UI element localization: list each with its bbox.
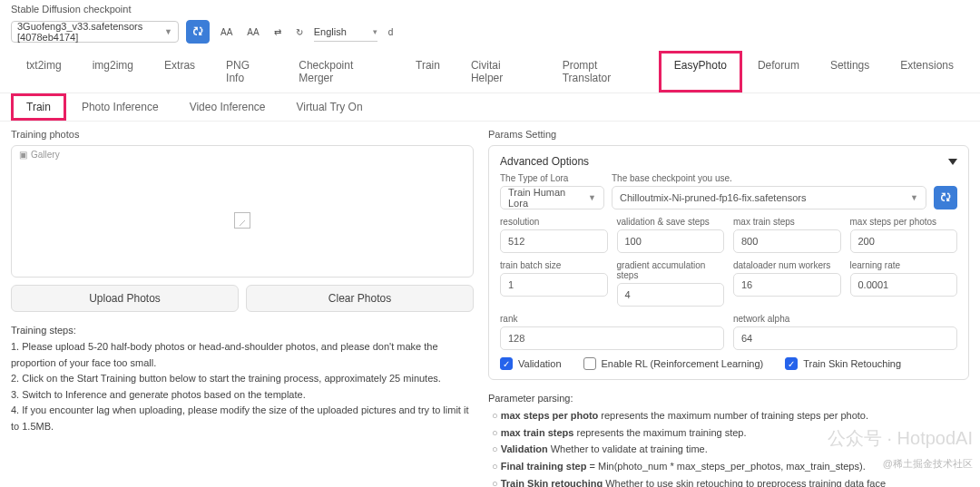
sub-tabs: TrainPhoto InferenceVideo InferenceVirtu… (0, 93, 980, 122)
training-step: 3. Switch to Inference and generate phot… (11, 387, 474, 404)
gallery-dropzone[interactable]: ▣ Gallery (11, 145, 474, 278)
lora-type-label: The Type of Lora (500, 173, 604, 183)
base-checkpoint-select[interactable]: Chilloutmix-Ni-pruned-fp16-fix.safetenso… (612, 186, 926, 209)
tab-settings[interactable]: Settings (815, 51, 885, 93)
subtab-video-inference[interactable]: Video Inference (174, 93, 281, 121)
training-step: 4. If you encounter lag when uploading, … (11, 403, 474, 434)
refresh-base-button[interactable]: 🗘 (934, 186, 957, 209)
base-checkpoint-value: Chilloutmix-Ni-pruned-fp16-fix.safetenso… (620, 192, 806, 203)
rl-checkbox[interactable] (583, 357, 596, 370)
param-parse-item: Final training step = Min(photo_num * ma… (492, 458, 969, 475)
main-tabs: txt2imgimg2imgExtrasPNG InfoCheckpoint M… (0, 51, 980, 93)
rank-label: rank (500, 314, 724, 324)
training-steps-title: Training steps: (11, 325, 474, 336)
rl-check-label: Enable RL (Reinforcement Learning) (602, 358, 764, 369)
tab-deforum[interactable]: Deforum (742, 51, 815, 93)
upload-photos-button[interactable]: Upload Photos (11, 285, 239, 312)
swap-icon[interactable]: ⇄ (270, 25, 285, 39)
params-box: Advanced Options The Type of Lora Train … (488, 145, 969, 380)
workers-input[interactable]: 16 (733, 273, 841, 297)
checkpoint-row: 3Guofeng3_v33.safetensors [4078eb4174] ▼… (0, 18, 980, 51)
lr-label: learning rate (850, 260, 958, 270)
retouch-checkbox-item[interactable]: ✓ Train Skin Retouching (785, 357, 901, 370)
param-parse-item: Train Skin retouching Whether to use ski… (492, 475, 969, 487)
rank-input[interactable]: 128 (500, 326, 724, 350)
training-photos-label: Training photos (11, 129, 474, 140)
val-save-label: validation & save steps (617, 217, 725, 227)
lr-input[interactable]: 0.0001 (850, 273, 958, 297)
language-value: English (314, 26, 347, 37)
language-select[interactable]: English ▾ (314, 22, 377, 42)
alpha-label: network alpha (733, 314, 957, 324)
grad-accum-input[interactable]: 4 (617, 283, 725, 307)
tab-extensions[interactable]: Extensions (885, 51, 969, 93)
subtab-train[interactable]: Train (11, 93, 66, 121)
gallery-body (12, 163, 473, 277)
clear-photos-button[interactable]: Clear Photos (246, 285, 474, 312)
validation-checkbox-item[interactable]: ✓ Validation (500, 357, 562, 370)
tab-checkpoint-merger[interactable]: Checkpoint Merger (283, 51, 400, 93)
max-train-input[interactable]: 800 (733, 229, 841, 253)
tab-extras[interactable]: Extras (149, 51, 211, 93)
subtab-virtual-try-on[interactable]: Virtual Try On (280, 93, 377, 121)
batch-label: train batch size (500, 260, 608, 270)
resolution-label: resolution (500, 217, 608, 227)
chevron-down-icon: ▾ (373, 27, 377, 36)
image-placeholder-icon (234, 212, 250, 229)
rl-checkbox-item[interactable]: Enable RL (Reinforcement Learning) (583, 357, 764, 370)
tab-train[interactable]: Train (400, 51, 456, 93)
advanced-options-title: Advanced Options (500, 155, 589, 168)
chevron-down-icon: ▼ (910, 193, 918, 202)
validation-check-label: Validation (518, 358, 562, 369)
batch-input[interactable]: 1 (500, 273, 608, 297)
extra-letter: d (385, 25, 397, 39)
tab-easyphoto[interactable]: EasyPhoto (659, 51, 742, 93)
chevron-down-icon: ▼ (588, 193, 596, 202)
retouch-checkbox[interactable]: ✓ (785, 357, 798, 370)
param-parsing-list: max steps per photo represents the maxim… (488, 407, 969, 487)
refresh-icon: 🗘 (940, 191, 951, 204)
chevron-down-icon: ▼ (164, 27, 172, 36)
param-parsing-title: Parameter parsing: (488, 393, 969, 404)
grad-accum-label: gradient accumulation steps (617, 260, 725, 280)
tab-civitai-helper[interactable]: Civitai Helper (456, 51, 547, 93)
training-steps-list: 1. Please upload 5-20 half-body photos o… (11, 339, 474, 435)
val-save-input[interactable]: 100 (617, 229, 725, 253)
gallery-label: Gallery (31, 150, 60, 160)
refresh-icon: 🗘 (192, 25, 203, 38)
training-step: 2. Click on the Start Training button be… (11, 371, 474, 387)
tab-txt2img[interactable]: txt2img (11, 51, 77, 93)
param-parse-item: max train steps represents the maximum t… (492, 424, 969, 442)
image-icon: ▣ (19, 150, 27, 160)
retouch-check-label: Train Skin Retouching (803, 358, 901, 369)
max-train-label: max train steps (733, 217, 841, 227)
font-size-a1[interactable]: AA (217, 25, 236, 39)
base-checkpoint-label: The base checkpoint you use. (612, 173, 926, 183)
lora-type-select[interactable]: Train Human Lora ▼ (500, 186, 604, 209)
max-per-photo-input[interactable]: 200 (850, 229, 958, 253)
resolution-input[interactable]: 512 (500, 229, 608, 253)
checkpoint-label: Stable Diffusion checkpoint (0, 0, 980, 18)
param-parse-item: Validation Whether to validate at traini… (492, 441, 969, 458)
reload-icon[interactable]: ↻ (292, 25, 307, 39)
font-size-a2[interactable]: AA (243, 25, 262, 39)
validation-checkbox[interactable]: ✓ (500, 357, 513, 370)
refresh-checkpoint-button[interactable]: 🗘 (186, 20, 210, 44)
param-parse-item: max steps per photo represents the maxim… (492, 407, 969, 424)
lora-type-value: Train Human Lora (508, 187, 588, 209)
collapse-icon[interactable] (948, 159, 957, 165)
subtab-photo-inference[interactable]: Photo Inference (66, 93, 174, 121)
gallery-header: ▣ Gallery (12, 146, 473, 163)
tab-img2img[interactable]: img2img (77, 51, 149, 93)
checkpoint-value: 3Guofeng3_v33.safetensors [4078eb4174] (17, 21, 164, 43)
alpha-input[interactable]: 64 (733, 326, 957, 350)
max-per-photo-label: max steps per photos (850, 217, 958, 227)
workers-label: dataloader num workers (733, 260, 841, 270)
tab-prompt-translator[interactable]: Prompt Translator (547, 51, 659, 93)
tab-png-info[interactable]: PNG Info (211, 51, 283, 93)
params-setting-label: Params Setting (488, 129, 969, 140)
checkpoint-select[interactable]: 3Guofeng3_v33.safetensors [4078eb4174] ▼ (11, 21, 179, 43)
training-step: 1. Please upload 5-20 half-body photos o… (11, 339, 474, 371)
